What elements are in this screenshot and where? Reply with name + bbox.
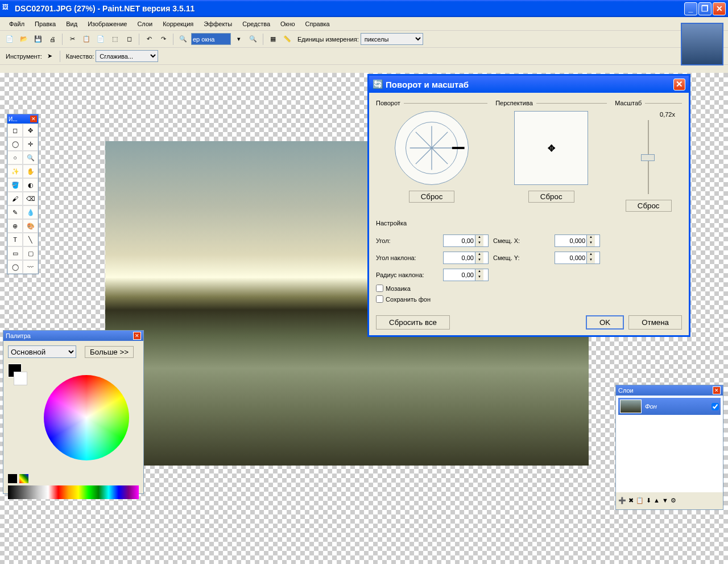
grid-icon[interactable]: ▦ <box>267 33 279 46</box>
rotation-dial[interactable] <box>395 111 469 185</box>
tool-brush-icon[interactable]: 🖌 <box>7 192 23 205</box>
dialog-titlebar[interactable]: 🔄 Поворот и масштаб ✕ <box>369 76 689 93</box>
zoom-dropdown-icon[interactable]: ▾ <box>233 33 245 46</box>
zoom-input[interactable] <box>191 33 231 45</box>
tool-ellipse-select-icon[interactable]: ○ <box>7 151 23 164</box>
zoomin-icon[interactable]: 🔍 <box>247 33 259 46</box>
paste-icon[interactable]: 📄 <box>94 33 107 46</box>
cancel-button[interactable]: Отмена <box>628 315 682 330</box>
keepbg-checkbox[interactable] <box>376 295 383 303</box>
menu-tools[interactable]: Средства <box>238 19 275 29</box>
layer-merge-icon[interactable]: ⬇ <box>646 497 651 504</box>
tool-text-icon[interactable]: T <box>7 233 23 246</box>
menu-adjust[interactable]: Коррекция <box>158 19 198 29</box>
offsety-input[interactable]: ▲▼ <box>555 252 600 264</box>
layer-moveup-icon[interactable]: ▲ <box>653 497 660 504</box>
save-icon[interactable]: 💾 <box>32 33 44 46</box>
close-button[interactable]: ✕ <box>713 2 726 15</box>
layer-delete-icon[interactable]: ✖ <box>628 497 634 504</box>
secondary-color-swatch[interactable] <box>14 372 27 385</box>
palette-close-icon[interactable]: ✕ <box>133 332 141 340</box>
print-icon[interactable]: 🖨 <box>46 33 59 46</box>
tool-freeform-icon[interactable]: 〰 <box>23 260 38 274</box>
menu-file[interactable]: Файл <box>5 19 29 29</box>
ok-button[interactable]: OK <box>586 315 624 330</box>
tool-eraser-icon[interactable]: ⌫ <box>23 192 38 205</box>
copy-icon[interactable]: 📋 <box>80 33 93 46</box>
layer-props-icon[interactable]: ⚙ <box>671 497 676 504</box>
tool-pencil-icon[interactable]: ✎ <box>7 205 23 219</box>
angle-input[interactable]: ▲▼ <box>443 234 489 247</box>
tilt-input[interactable]: ▲▼ <box>443 252 489 264</box>
layer-add-icon[interactable]: ➕ <box>618 497 626 504</box>
zoomout-icon[interactable]: 🔍 <box>177 33 189 46</box>
maximize-button[interactable]: ❐ <box>698 2 712 15</box>
layers-titlebar[interactable]: Слои ✕ <box>616 385 723 396</box>
layer-duplicate-icon[interactable]: 📋 <box>636 497 644 504</box>
bw-swatch-icon[interactable] <box>8 474 17 483</box>
tool-picker-icon[interactable]: 💧 <box>23 205 38 219</box>
mosaic-checkbox[interactable] <box>376 285 383 292</box>
crop-icon[interactable]: ⬚ <box>109 33 121 46</box>
tool-clone-icon[interactable]: ⊕ <box>7 219 23 233</box>
tool-recolor-icon[interactable]: 🎨 <box>23 219 38 233</box>
tool-ellipse-icon[interactable]: ◯ <box>7 260 23 274</box>
tool-zoom-icon[interactable]: 🔍 <box>23 151 38 164</box>
palette-mode-select[interactable]: Основной <box>8 345 76 358</box>
redo-icon[interactable]: ↷ <box>157 33 169 46</box>
menu-view[interactable]: Вид <box>61 19 82 29</box>
deselect-icon[interactable]: ◻ <box>123 33 135 46</box>
tools-close-icon[interactable]: ✕ <box>30 116 37 122</box>
layers-window[interactable]: Слои ✕ Фон ➕ ✖ 📋 ⬇ ▲ ▼ ⚙ <box>615 385 723 510</box>
palette-swatches[interactable] <box>8 485 139 499</box>
tool-move-icon[interactable]: ✛ <box>23 137 38 151</box>
tool-lasso-icon[interactable]: ◯ <box>7 137 23 151</box>
ruler-icon[interactable]: 📏 <box>281 33 293 46</box>
menu-help[interactable]: Справка <box>301 19 334 29</box>
dialog-close-icon[interactable]: ✕ <box>673 79 685 90</box>
tools-titlebar[interactable]: И... ✕ <box>7 114 38 123</box>
menu-layers[interactable]: Слои <box>133 19 157 29</box>
document-thumbnail[interactable] <box>681 23 723 65</box>
open-icon[interactable]: 📂 <box>18 33 30 46</box>
undo-icon[interactable]: ↶ <box>143 33 155 46</box>
units-select[interactable]: пикселы <box>361 33 423 45</box>
layers-close-icon[interactable]: ✕ <box>713 386 721 394</box>
perspective-reset-button[interactable]: Сброс <box>528 191 574 203</box>
offsetx-input[interactable]: ▲▼ <box>555 234 600 247</box>
color-wheel[interactable] <box>44 375 129 460</box>
palette-window[interactable]: Палитра ✕ Основной Больше >> <box>3 330 144 494</box>
menu-effects[interactable]: Эффекты <box>199 19 237 29</box>
layer-movedown-icon[interactable]: ▼ <box>662 497 668 504</box>
tool-line-icon[interactable]: ╲ <box>23 233 38 246</box>
menu-edit[interactable]: Правка <box>30 19 60 29</box>
quality-select[interactable]: Сглажива... <box>96 50 158 62</box>
radius-input[interactable]: ▲▼ <box>443 269 489 281</box>
reset-all-button[interactable]: Сбросить все <box>376 315 450 330</box>
menu-window[interactable]: Окно <box>276 19 300 29</box>
layers-list[interactable]: Фон <box>616 396 723 492</box>
tool-move-selection-icon[interactable]: ✥ <box>23 123 38 137</box>
perspective-pad[interactable]: ✥ <box>514 111 588 185</box>
slider-thumb-icon[interactable] <box>641 154 655 161</box>
menu-image[interactable]: Изображение <box>83 19 131 29</box>
new-icon[interactable]: 📄 <box>3 33 16 46</box>
tool-rectangle-icon[interactable]: ▭ <box>7 246 23 260</box>
palette-titlebar[interactable]: Палитра ✕ <box>3 331 143 341</box>
tools-window[interactable]: И... ✕ ◻ ✥ ◯ ✛ ○ 🔍 ✨ ✋ 🪣 ◐ 🖌 ⌫ ✎ 💧 ⊕ 🎨 T… <box>7 114 39 274</box>
tool-gradient-icon[interactable]: ◐ <box>23 178 38 192</box>
scale-reset-button[interactable]: Сброс <box>626 200 672 212</box>
tool-wand-icon[interactable]: ✨ <box>7 164 23 178</box>
layer-visible-checkbox[interactable] <box>712 403 719 410</box>
minimize-button[interactable]: _ <box>684 2 697 15</box>
rotation-reset-button[interactable]: Сброс <box>409 191 455 203</box>
scale-slider[interactable] <box>640 120 657 194</box>
tool-bucket-icon[interactable]: 🪣 <box>7 178 23 192</box>
cut-icon[interactable]: ✂ <box>66 33 78 46</box>
tool-rect-select-icon[interactable]: ◻ <box>7 123 23 137</box>
current-tool-icon[interactable]: ➤ <box>44 50 56 63</box>
tool-pan-icon[interactable]: ✋ <box>23 164 38 178</box>
palette-reset-icon[interactable] <box>19 474 28 483</box>
palette-more-button[interactable]: Больше >> <box>85 346 134 358</box>
layer-item[interactable]: Фон <box>618 398 721 415</box>
